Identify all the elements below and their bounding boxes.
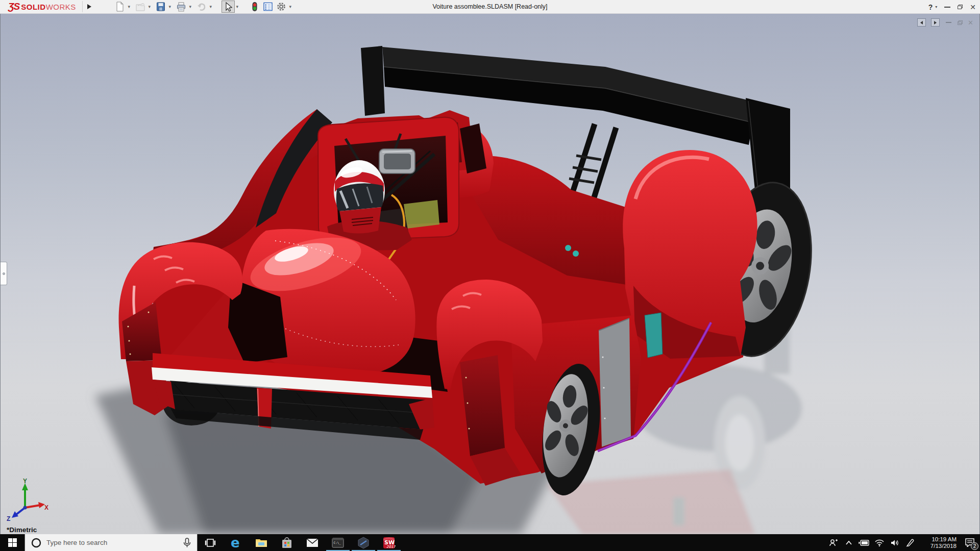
graphics-viewport[interactable]: ✕ Y X Z *Dimetric — [0, 14, 980, 534]
document-window-controls: ✕ — [917, 18, 973, 27]
help-dropdown[interactable]: ▾ — [935, 5, 937, 9]
open-button[interactable] — [134, 1, 147, 13]
feature-tree-collapsed-tab[interactable] — [1, 262, 7, 285]
window-controls: ? ▾ ✕ — [928, 0, 976, 14]
expand-right-pane-button[interactable] — [931, 18, 940, 27]
brand-solid-text: SOLID — [21, 3, 45, 11]
view-orientation-label: *Dimetric — [7, 526, 37, 534]
windows-taskbar: e — [0, 534, 980, 551]
tab-grip-dot — [3, 272, 5, 275]
quick-access-toolbar: ▾ ▾ ▾ — [113, 1, 295, 13]
doc-minimize-button[interactable] — [946, 22, 951, 23]
new-document-button[interactable] — [113, 1, 127, 13]
windows-logo-icon — [8, 538, 17, 547]
tray-date: 7/13/2018 — [920, 543, 957, 549]
tray-time: 10:19 AM — [920, 536, 957, 543]
taskbar-search[interactable] — [24, 534, 198, 551]
doc-close-button[interactable]: ✕ — [968, 19, 973, 27]
file-explorer-button[interactable] — [249, 534, 274, 551]
window-title: Voiture assomblee.SLDASM [Read-only] — [432, 3, 547, 10]
restore-button[interactable] — [958, 5, 963, 9]
menu-flyout-arrow-icon[interactable] — [85, 2, 94, 12]
brand-works-text: WORKS — [46, 3, 76, 11]
hidden-icons-chevron[interactable] — [841, 534, 856, 551]
toolbar-separator — [82, 1, 83, 12]
solidworks-2017-button[interactable]: SW 2017 — [376, 534, 402, 551]
notification-badge: 2 — [971, 542, 978, 550]
open-dropdown[interactable]: ▾ — [147, 4, 152, 9]
tray-clock[interactable]: 10:19 AM 7/13/2018 — [920, 536, 957, 549]
edrawings-button[interactable] — [351, 534, 376, 551]
title-bar: ƷS SOLID WORKS ▾ ▾ — [0, 0, 980, 14]
orientation-triad: Y X Z — [5, 478, 48, 522]
triad-z-label: Z — [7, 515, 10, 522]
mail-button[interactable] — [300, 534, 325, 551]
search-input[interactable] — [46, 539, 180, 546]
cmd-icon-text: C:\_ — [334, 541, 341, 545]
task-view-button[interactable] — [198, 534, 223, 551]
minimize-button[interactable] — [944, 7, 950, 8]
print-button[interactable] — [175, 1, 188, 13]
people-icon[interactable] — [826, 534, 841, 551]
action-center-button[interactable]: 2 — [960, 534, 980, 551]
svg-text:e: e — [231, 536, 240, 549]
camera-pod — [379, 149, 415, 173]
options-gear-icon[interactable] — [275, 1, 288, 13]
select-tool-button[interactable] — [222, 1, 235, 13]
microphone-icon[interactable] — [183, 538, 191, 548]
car-assembly-render[interactable] — [1, 14, 980, 534]
collapse-left-pane-button[interactable] — [917, 18, 926, 27]
solidworks-logo: ƷS SOLID WORKS — [0, 0, 80, 14]
new-dropdown[interactable]: ▾ — [127, 4, 132, 9]
select-dropdown[interactable]: ▾ — [235, 4, 240, 9]
options-dropdown[interactable]: ▾ — [288, 4, 293, 9]
print-dropdown[interactable]: ▾ — [188, 4, 193, 9]
solidworks-logo-mark: ƷS — [8, 1, 19, 12]
speaker-icon[interactable] — [887, 534, 902, 551]
start-button[interactable] — [0, 534, 24, 551]
system-tray: 10:19 AM 7/13/2018 2 — [826, 534, 980, 551]
display-settings-icon[interactable] — [261, 1, 275, 13]
edge-browser-button[interactable]: e — [223, 534, 249, 551]
taskbar-app-icons: e — [198, 534, 402, 551]
triad-x-label: X — [44, 504, 48, 511]
command-prompt-button[interactable]: C:\_ — [325, 534, 351, 551]
wifi-icon[interactable] — [872, 534, 887, 551]
microsoft-store-button[interactable] — [274, 534, 300, 551]
cortana-icon — [31, 538, 41, 548]
undo-dropdown[interactable]: ▾ — [208, 4, 213, 9]
triad-y-label: Y — [23, 478, 27, 485]
save-button[interactable] — [154, 1, 167, 13]
save-dropdown[interactable]: ▾ — [167, 4, 173, 9]
pen-icon[interactable] — [902, 534, 918, 551]
undo-button[interactable] — [195, 1, 208, 13]
doc-restore-button[interactable] — [958, 20, 963, 25]
solidworks-window: ƷS SOLID WORKS ▾ ▾ — [0, 0, 980, 551]
rear-right-fender — [623, 150, 757, 359]
help-button[interactable]: ? — [928, 3, 933, 11]
stoplight-appearance-icon[interactable] — [248, 1, 261, 13]
battery-icon[interactable] — [856, 534, 872, 551]
close-button[interactable]: ✕ — [970, 4, 976, 11]
sw-icon-year: 2017 — [386, 545, 396, 549]
